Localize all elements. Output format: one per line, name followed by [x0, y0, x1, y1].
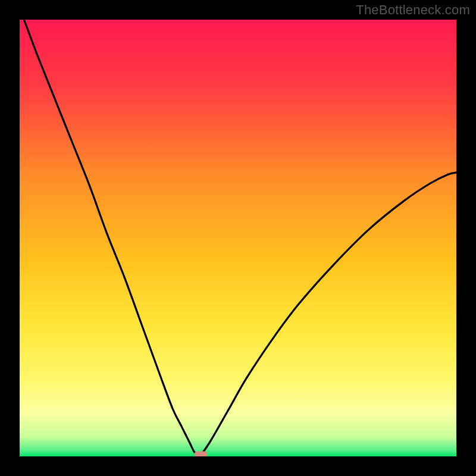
chart-frame: TheBottleneck.com	[0, 0, 476, 476]
chart-svg	[20, 20, 456, 456]
plot-area	[20, 20, 456, 456]
watermark-text: TheBottleneck.com	[356, 2, 470, 18]
minimum-marker	[195, 452, 208, 456]
